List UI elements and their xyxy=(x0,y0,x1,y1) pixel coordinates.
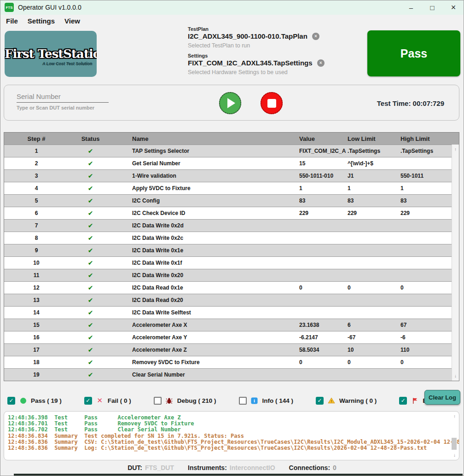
col-value: Value xyxy=(298,135,347,142)
table-row[interactable]: 18✔Removey 5VDC to Fixture000 xyxy=(4,356,459,368)
status-cell: ✔ xyxy=(69,272,112,279)
warning-filter-label: Warning ( 0 ) xyxy=(339,397,377,404)
table-row[interactable]: 13✔I2C Data Read 0x20 xyxy=(4,294,459,306)
high-limit-cell: 1 xyxy=(400,185,459,192)
settings-clear-icon[interactable]: × xyxy=(317,59,325,67)
connections-label: Connections: xyxy=(289,464,330,471)
clear-log-button[interactable]: Clear Log xyxy=(424,390,460,405)
table-row[interactable]: 8✔I2C Data Write 0x2c xyxy=(4,232,459,244)
table-row[interactable]: 4✔Apply 5VDC to Fixture111 xyxy=(4,182,459,194)
log-line: 12:48:36.834 Summary Test completed for … xyxy=(8,433,449,439)
filter-debug[interactable]: Debug ( 210 ) xyxy=(154,397,216,405)
table-row[interactable]: 17✔Accelerometer Axe Z58.503410110 xyxy=(4,343,459,356)
logo-subtitle: A Low Cost Test Solution xyxy=(5,61,97,66)
table-row[interactable]: 19✔Clear Serial Number xyxy=(4,368,459,381)
filter-pass[interactable]: ✓Pass ( 19 ) xyxy=(7,397,62,405)
minimize-button[interactable]: – xyxy=(400,0,422,15)
col-low: Low Limit xyxy=(347,135,400,142)
table-row[interactable]: 2✔Get Serial Number15^[\w\d-]+$ xyxy=(4,157,459,169)
debug-checkbox[interactable] xyxy=(154,397,162,405)
pass-check-icon: ✔ xyxy=(88,309,93,316)
table-row[interactable]: 5✔I2C Config838383 xyxy=(4,194,459,207)
name-cell: Accelerometer Axe X xyxy=(112,322,298,328)
status-cell: ✔ xyxy=(69,147,112,155)
status-cell: ✔ xyxy=(69,222,112,229)
menu-settings[interactable]: Settings xyxy=(28,17,55,25)
table-row[interactable]: 6✔I2C Check Device ID229229229 xyxy=(4,207,459,219)
step-cell: 8 xyxy=(4,235,69,241)
table-row[interactable]: 10✔I2C Data Write 0x1f xyxy=(4,256,459,269)
value-cell: 58.5034 xyxy=(298,347,347,353)
maximize-button[interactable]: □ xyxy=(422,0,443,15)
value-cell: 0 xyxy=(298,284,347,291)
name-cell: TAP Settings Selector xyxy=(112,148,298,154)
step-cell: 1 xyxy=(4,148,69,154)
high-limit-cell: 83 xyxy=(400,197,459,204)
pass-check-icon: ✔ xyxy=(88,346,93,354)
menu-view[interactable]: View xyxy=(64,17,80,25)
log-line: 12:48:36.836 Summary Log: C:\Station_de_… xyxy=(8,445,449,451)
step-cell: 10 xyxy=(4,260,69,266)
table-scrollbar[interactable]: ↑ ↓ xyxy=(452,145,459,381)
value-cell: -6.2147 xyxy=(298,334,347,341)
bottom-edge xyxy=(14,474,463,476)
log-scroll-thumb[interactable] xyxy=(452,438,457,450)
low-limit-cell: 0 xyxy=(347,359,400,366)
pass-check-icon: ✔ xyxy=(88,209,93,217)
filter-info[interactable]: iInfo ( 144 ) xyxy=(239,397,294,405)
stop-test-button[interactable] xyxy=(261,92,283,114)
name-cell: I2C Check Device ID xyxy=(112,210,298,216)
testplan-clear-icon[interactable]: × xyxy=(312,33,319,40)
fail-checkbox[interactable]: ✓ xyxy=(84,397,92,405)
table-row[interactable]: 7✔I2C Data Write 0x2d xyxy=(4,219,459,232)
serial-number-input[interactable] xyxy=(17,91,109,103)
table-row[interactable]: 12✔I2C Data Read 0x1e000 xyxy=(4,281,459,294)
low-limit-cell: 1 xyxy=(347,185,400,192)
dut-value: FTS_DUT xyxy=(145,464,174,471)
warning-checkbox[interactable]: ✓ xyxy=(316,397,324,405)
step-cell: 12 xyxy=(4,284,69,291)
statusbar: DUT: FTS_DUT Instruments: InterconnectIO… xyxy=(0,462,464,473)
col-step: Step # xyxy=(4,135,69,142)
table-row[interactable]: 1✔TAP Settings SelectorFIXT_COM_I2C_A.Ta… xyxy=(4,145,459,157)
pass-check-icon: ✔ xyxy=(88,371,93,378)
close-button[interactable]: × xyxy=(443,0,464,15)
testplan-label: TestPlan xyxy=(188,26,367,32)
menu-file[interactable]: File xyxy=(6,17,18,25)
pass-check-icon: ✔ xyxy=(88,222,93,229)
name-cell: I2C Data Write 0x2c xyxy=(112,235,298,241)
name-cell: I2C Config xyxy=(112,197,298,204)
pass-check-icon: ✔ xyxy=(88,321,93,329)
scroll-up-icon[interactable]: ↑ xyxy=(452,147,459,152)
pass-dot-icon xyxy=(19,397,27,404)
low-limit-cell: 83 xyxy=(347,197,400,204)
table-row[interactable]: 15✔Accelerometer Axe X23.1638667 xyxy=(4,319,459,331)
table-row[interactable]: 3✔1-Wire validation550-1011-010J1550-101… xyxy=(4,169,459,182)
filter-warning[interactable]: ✓!Warning ( 0 ) xyxy=(316,397,377,405)
play-icon xyxy=(227,98,235,108)
log-scroll-up-icon[interactable]: ↑ xyxy=(451,414,458,419)
pass-checkbox[interactable]: ✓ xyxy=(7,397,15,405)
start-test-button[interactable] xyxy=(219,92,241,114)
name-cell: I2C Data Read 0x1e xyxy=(112,284,298,291)
info-checkbox[interactable] xyxy=(239,397,247,405)
table-row[interactable]: 16✔Accelerometer Axe Y-6.2147-67-6 xyxy=(4,331,459,343)
table-row[interactable]: 9✔I2C Data Write 0x1e xyxy=(4,244,459,256)
filter-fail[interactable]: ✓✕Fail ( 0 ) xyxy=(84,397,131,405)
step-cell: 9 xyxy=(4,247,69,254)
instruments-value: InterconnectIO xyxy=(230,464,275,471)
scroll-down-icon[interactable]: ↓ xyxy=(452,373,459,378)
results-table: Step # Status Name Value Low Limit High … xyxy=(4,132,459,381)
table-row[interactable]: 11✔I2C Data Write 0x20 xyxy=(4,269,459,281)
name-cell: I2C Data Write 0x1f xyxy=(112,260,298,266)
status-cell: ✔ xyxy=(69,185,112,192)
error-checkbox[interactable]: ✓ xyxy=(399,397,407,405)
low-limit-cell: 10 xyxy=(347,347,400,353)
log-scrollbar[interactable]: ↑ ↓ xyxy=(451,414,457,458)
table-body: 1✔TAP Settings SelectorFIXT_COM_I2C_A.Ta… xyxy=(4,145,459,381)
menubar: File Settings View xyxy=(0,15,464,27)
table-row[interactable]: 14✔I2C Data Write Selftest xyxy=(4,306,459,319)
high-limit-cell: 0 xyxy=(400,284,459,291)
testplan-helper: Selected TestPlan to run xyxy=(188,42,367,49)
log-scroll-down-icon[interactable]: ↓ xyxy=(451,453,458,458)
